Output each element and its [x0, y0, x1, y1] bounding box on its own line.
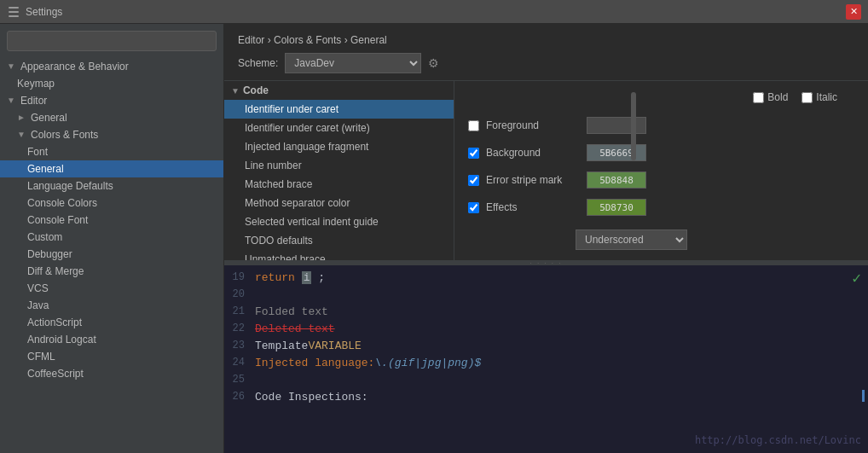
- sidebar-item-debugger[interactable]: Debugger: [0, 246, 223, 263]
- breadcrumb: Editor › Colors & Fonts › General: [238, 34, 854, 46]
- sidebar-item-label: Android Logcat: [27, 334, 96, 346]
- sidebar-item-actionscript[interactable]: ActionScript: [0, 314, 223, 331]
- color-tree-method-separator[interactable]: Method separator color: [224, 194, 454, 212]
- code-line-25: 25: [224, 371, 868, 388]
- background-swatch[interactable]: 5B6669: [587, 144, 646, 161]
- error-stripe-color-value: 5D8848: [599, 175, 634, 186]
- sidebar-item-label: Console Font: [27, 214, 88, 226]
- foreground-checkbox[interactable]: [468, 120, 479, 131]
- effects-color-value: 5D8730: [599, 202, 634, 213]
- template-variable: VARIABLE: [308, 340, 361, 352]
- line-number: 20: [224, 288, 255, 300]
- sidebar-item-label: General: [31, 112, 67, 124]
- sidebar-item-label: Appearance & Behavior: [20, 61, 129, 73]
- sidebar-item-label: Keymap: [17, 78, 55, 90]
- effects-label: Effects: [486, 201, 580, 213]
- effects-swatch[interactable]: 5D8730: [587, 199, 646, 216]
- settings-icon: [7, 5, 20, 19]
- sidebar-item-label: VCS: [27, 282, 49, 294]
- sidebar-item-label: Language Defaults: [27, 180, 113, 192]
- code-line-24: 24 Injected language: \.(gif|jpg|png)$: [224, 354, 868, 371]
- italic-label: Italic: [816, 91, 837, 103]
- effects-type-select[interactable]: Underscored Underwaved Bordered Strikeou…: [576, 229, 687, 250]
- main-container: ▼ Appearance & Behavior Keymap ▼ Editor …: [0, 24, 868, 453]
- svg-rect-1: [9, 11, 19, 13]
- sidebar-item-colors-fonts[interactable]: ▼ Colors & Fonts: [0, 126, 223, 143]
- color-tree-identifier-caret-write[interactable]: Identifier under caret (write): [224, 119, 454, 137]
- item-label: Method separator color: [245, 197, 350, 209]
- foreground-swatch[interactable]: [587, 117, 646, 134]
- line-number: 24: [224, 357, 255, 369]
- bold-check-item: Bold: [753, 91, 788, 103]
- sidebar-item-console-colors[interactable]: Console Colors: [0, 195, 223, 212]
- color-tree: ▼ Code Identifier under caret Identifier…: [224, 81, 454, 260]
- sidebar-item-cfml[interactable]: CFML: [0, 348, 223, 365]
- sidebar-item-console-font[interactable]: Console Font: [0, 212, 223, 229]
- folded-text: Folded text: [255, 305, 328, 318]
- scheme-select[interactable]: JavaDev Default Darcula Monokai: [285, 53, 421, 73]
- color-tree-injected-lang[interactable]: Injected language fragment: [224, 137, 454, 156]
- code-inspections-text: Code Inspections:: [255, 391, 368, 404]
- svg-rect-2: [9, 15, 19, 17]
- color-tree-matched-brace[interactable]: Matched brace: [224, 175, 454, 194]
- section-label: Code: [243, 84, 269, 96]
- error-stripe-row: Error stripe mark 5D8848: [468, 171, 854, 189]
- item-label: Identifier under caret (write): [245, 122, 370, 134]
- code-line-22: 22 Deleted text: [224, 320, 868, 337]
- sidebar-item-coffeescript[interactable]: CoffeeScript: [0, 365, 223, 382]
- window-title: Settings: [26, 6, 846, 18]
- color-tree-todo-defaults[interactable]: TODO defaults: [224, 231, 454, 250]
- background-label: Background: [486, 147, 580, 159]
- expand-icon: ▼: [231, 86, 240, 96]
- sidebar-item-font[interactable]: Font: [0, 143, 223, 160]
- sidebar-item-custom[interactable]: Custom: [0, 229, 223, 246]
- sidebar-item-label: General: [27, 163, 64, 175]
- bold-checkbox[interactable]: [753, 92, 764, 103]
- scheme-label: Scheme:: [238, 57, 278, 69]
- background-color-value: 5B6669: [599, 148, 634, 159]
- sidebar-item-keymap[interactable]: Keymap: [0, 75, 223, 92]
- code-line-21: 21 Folded text: [224, 303, 868, 320]
- line-number: 19: [224, 271, 255, 283]
- effects-checkbox[interactable]: [468, 202, 479, 213]
- color-tree-line-number[interactable]: Line number: [224, 156, 454, 175]
- sidebar-item-diff-merge[interactable]: Diff & Merge: [0, 263, 223, 280]
- error-stripe-checkbox[interactable]: [468, 175, 479, 186]
- sidebar-item-label: Console Colors: [27, 197, 97, 209]
- sidebar-item-appearance[interactable]: ▼ Appearance & Behavior: [0, 58, 223, 75]
- sidebar-item-vcs[interactable]: VCS: [0, 280, 223, 297]
- color-tree-identifier-caret[interactable]: Identifier under caret: [224, 100, 454, 119]
- item-label: Identifier under caret: [245, 103, 339, 115]
- sidebar-item-android-logcat[interactable]: Android Logcat: [0, 331, 223, 348]
- italic-checkbox[interactable]: [801, 92, 813, 103]
- scheme-row: Scheme: JavaDev Default Darcula Monokai …: [238, 53, 854, 73]
- expand-arrow-icon: ▼: [7, 96, 17, 106]
- sidebar-item-language-defaults[interactable]: Language Defaults: [0, 177, 223, 195]
- preview-content: 19 return i ; 20 21 Folded text: [224, 265, 868, 453]
- color-tree-unmatched-brace[interactable]: Unmatched brace: [224, 250, 454, 260]
- content-area: ▼ Appearance & Behavior Keymap ▼ Editor …: [0, 24, 868, 453]
- sidebar-item-label: Java: [27, 299, 49, 311]
- line-number: 22: [224, 322, 255, 334]
- sidebar-item-general2[interactable]: General: [0, 160, 223, 177]
- template-keyword: Template: [255, 340, 308, 352]
- line-number: 23: [224, 340, 255, 351]
- line-number: 26: [224, 391, 255, 403]
- background-checkbox[interactable]: [468, 148, 479, 159]
- color-tree-selected-vert-indent[interactable]: Selected vertical indent guide: [224, 212, 454, 231]
- watermark-text: http://blog.csdn.net/Lovinc: [695, 434, 861, 446]
- panel-header: Editor › Colors & Fonts › General Scheme…: [224, 24, 868, 81]
- code-text: return i ;: [255, 271, 325, 284]
- color-tree-code-section[interactable]: ▼ Code: [224, 81, 454, 100]
- search-input[interactable]: [7, 31, 217, 51]
- gear-icon[interactable]: ⚙: [428, 56, 439, 70]
- error-stripe-swatch[interactable]: 5D8848: [587, 171, 646, 189]
- sidebar-item-editor[interactable]: ▼ Editor: [0, 92, 223, 109]
- blue-indicator: [862, 390, 865, 402]
- sidebar-item-java[interactable]: Java: [0, 297, 223, 314]
- panel-body: ▼ Code Identifier under caret Identifier…: [224, 81, 868, 260]
- close-button[interactable]: ✕: [846, 4, 861, 20]
- sidebar-item-general[interactable]: ► General: [0, 109, 223, 126]
- line-number: 25: [224, 374, 255, 386]
- semicolon: ;: [318, 271, 325, 284]
